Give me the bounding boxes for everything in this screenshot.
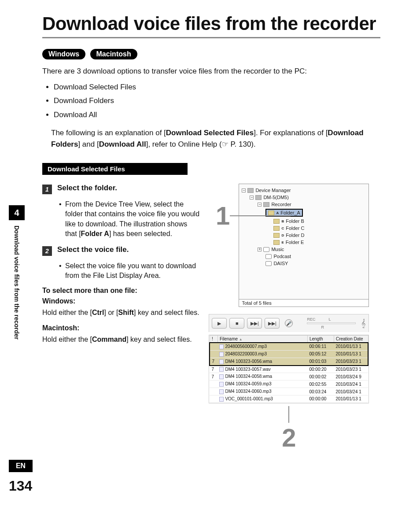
row-date: 2010/03/23 1 xyxy=(334,366,368,373)
col-date[interactable]: Creation Date xyxy=(334,336,368,343)
stop-button[interactable]: ■ xyxy=(229,318,244,329)
tree-label: Podcast xyxy=(273,254,291,259)
row-length: 00:00:20 xyxy=(307,366,334,373)
windows-text: Hold either the [Ctrl] or [Shift] key an… xyxy=(42,308,200,318)
folder-icon xyxy=(273,233,280,238)
folder-icon xyxy=(273,240,280,245)
page-title: Download voice files from the recorder xyxy=(42,13,380,38)
table-row[interactable]: 7 DM4 100323-0056.wma 00:01:03 2010/03/2… xyxy=(210,358,368,365)
tree-device[interactable]: − DM-5(DM5) xyxy=(242,194,366,201)
row-length: 00:02:55 xyxy=(307,381,334,388)
collapse-icon[interactable]: − xyxy=(242,188,246,192)
collapse-icon[interactable]: − xyxy=(250,196,254,200)
row-filename: VOC_000101-0001.mp3 xyxy=(217,395,307,403)
skip-button[interactable]: ▶▶| xyxy=(265,318,280,329)
intro-text: There are 3 download options to transfer… xyxy=(42,66,380,77)
row-length: 00:06:11 xyxy=(307,343,334,350)
col-filename[interactable]: Filename ▲ xyxy=(217,336,307,343)
next-cue-button[interactable]: ▶▶| xyxy=(247,318,262,329)
row-index xyxy=(210,395,217,403)
row-index: 7 xyxy=(210,358,217,365)
table-row[interactable]: DM4 100324-0060.mp3 00:03:24 2010/03/24 … xyxy=(210,388,368,395)
callout-2: 2 xyxy=(209,406,369,452)
tree-label: Device Manager xyxy=(255,188,291,193)
row-date: 2010/03/24 1 xyxy=(334,388,368,395)
options-list: Download Selected Files Download Folders… xyxy=(42,81,380,121)
option-item: Download Selected Files xyxy=(54,81,380,93)
table-row[interactable]: 2048032200003.mp3 00:05:12 2010/01/13 1 xyxy=(210,350,368,358)
row-filename: 2048032200003.mp3 xyxy=(217,350,307,358)
expand-icon[interactable]: + xyxy=(258,248,262,251)
table-row[interactable]: 7 DM4 100324-0058.wma 00:00:02 2010/03/2… xyxy=(210,373,368,381)
table-row[interactable]: 2048005600007.mp3 00:06:11 2010/01/13 1 xyxy=(210,343,368,350)
row-date: 2010/01/13 1 xyxy=(334,395,368,403)
file-icon xyxy=(219,367,224,372)
microphone-icon[interactable]: 🎤 xyxy=(285,319,293,327)
language-label: EN xyxy=(9,460,33,472)
col-index[interactable]: ! xyxy=(210,336,217,343)
tree-label: Music xyxy=(271,247,284,252)
macintosh-text: Hold either the [Command] key and select… xyxy=(42,335,200,344)
followup-text: The following is an explanation of [Down… xyxy=(51,127,380,150)
row-index xyxy=(210,350,217,358)
col-length[interactable]: Length xyxy=(307,336,334,343)
row-index xyxy=(210,381,217,388)
side-tab: 4 Download voice files from the recorder xyxy=(9,205,25,379)
table-row[interactable]: DM4 100324-0059.mp3 00:02:55 2010/03/24 … xyxy=(210,381,368,388)
row-date: 2010/03/23 1 xyxy=(334,358,368,365)
music-icon xyxy=(263,247,269,252)
tree-footer: Total of 5 files xyxy=(239,299,368,307)
file-list-pane: ! Filename ▲ Length Creation Date 204800… xyxy=(209,335,369,403)
side-title: Download voice files from the recorder xyxy=(13,220,20,379)
step-1-body: From the Device Tree View, select the fo… xyxy=(42,200,200,239)
badge-windows: Windows xyxy=(42,49,85,59)
table-row[interactable]: 7 DM4 100323-0057.wav 00:00:20 2010/03/2… xyxy=(210,366,368,373)
level-meter: RECL R xyxy=(307,317,356,329)
macintosh-heading: Macintosh: xyxy=(42,324,200,332)
row-filename: DM4 100323-0057.wav xyxy=(217,366,307,373)
step-title: Select the folder. xyxy=(57,184,117,192)
tree-podcast[interactable]: Podcast xyxy=(242,253,366,260)
tree-label: DAISY xyxy=(273,261,288,266)
step-title: Select the voice file. xyxy=(57,245,129,254)
tree-label: Folder E xyxy=(286,240,304,245)
tree-daisy[interactable]: DAISY xyxy=(242,260,366,267)
play-button[interactable]: ▶ xyxy=(212,318,227,329)
file-icon xyxy=(219,352,224,357)
tree-label: Folder D xyxy=(286,233,304,238)
row-filename: DM4 100324-0058.wma xyxy=(217,373,307,381)
treble-clef-icon[interactable]: 𝄞 xyxy=(361,319,366,328)
file-icon xyxy=(219,382,224,387)
file-icon xyxy=(219,374,224,379)
table-row[interactable]: VOC_000101-0001.mp3 00:00:00 2010/01/13 … xyxy=(210,395,368,403)
row-filename: 2048005600007.mp3 xyxy=(217,343,307,350)
row-date: 2010/03/24 9 xyxy=(334,373,368,381)
section-heading: Download Selected Files xyxy=(42,163,188,175)
tree-music[interactable]: + Music xyxy=(242,246,366,253)
row-index: 7 xyxy=(210,373,217,381)
language-tab: EN xyxy=(9,460,33,472)
step-number-icon: 1 xyxy=(42,185,52,194)
row-index xyxy=(210,388,217,395)
row-index: 7 xyxy=(210,366,217,373)
callout-1: 1 xyxy=(216,201,291,230)
row-length: 00:01:03 xyxy=(307,358,334,365)
row-date: 2010/03/24 1 xyxy=(334,381,368,388)
step-number-icon: 2 xyxy=(42,246,52,256)
row-length: 00:00:02 xyxy=(307,373,334,381)
row-length: 00:00:00 xyxy=(307,395,334,403)
device-icon xyxy=(255,195,262,200)
badge-macintosh: Macintosh xyxy=(90,49,137,59)
multi-select-heading: To select more than one file: xyxy=(42,287,200,295)
tree-folder-d[interactable]: D Folder D xyxy=(242,232,366,239)
tree-folder-e[interactable]: E Folder E xyxy=(242,239,366,246)
sort-asc-icon: ▲ xyxy=(239,337,243,341)
file-icon xyxy=(219,359,224,364)
row-filename: DM4 100324-0059.mp3 xyxy=(217,381,307,388)
os-badges: Windows Macintosh xyxy=(42,49,380,59)
option-item: Download All xyxy=(54,109,380,121)
row-index xyxy=(210,343,217,350)
daisy-icon xyxy=(265,261,272,266)
row-date: 2010/01/13 1 xyxy=(334,350,368,358)
tree-root[interactable]: − Device Manager xyxy=(242,187,366,194)
